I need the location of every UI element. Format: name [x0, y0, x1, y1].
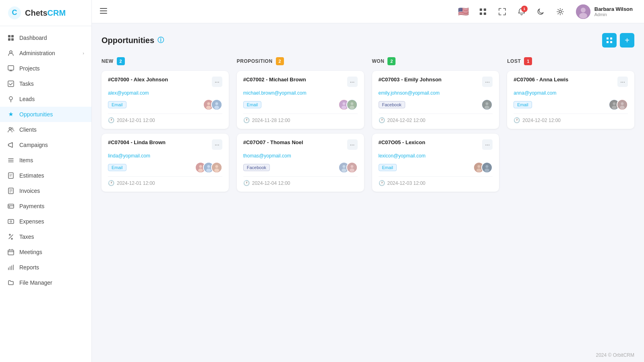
sidebar-item-administration-label: Administration: [19, 50, 78, 56]
avatar: [617, 99, 628, 110]
notifications-button[interactable]: 1: [515, 5, 528, 19]
opportunity-card-c07004[interactable]: #C07004 - Linda Brown ··· linda@yopmail.…: [101, 134, 229, 192]
sidebar-item-meetings[interactable]: Meetings: [0, 244, 91, 260]
svg-point-44: [215, 165, 218, 168]
fullscreen-button[interactable]: [495, 5, 509, 19]
card-menu-button[interactable]: ···: [212, 77, 222, 87]
sidebar-item-administration[interactable]: Administration ›: [0, 46, 91, 61]
card-avatars: [338, 99, 358, 110]
flag-icon: 🇺🇸: [458, 6, 469, 17]
clock-icon: 🕐: [243, 180, 250, 186]
info-icon[interactable]: ⓘ: [157, 36, 164, 45]
svg-rect-18: [8, 250, 14, 255]
card-email[interactable]: michael.brown@yopmail.com: [243, 90, 358, 96]
sidebar-item-items[interactable]: Items: [0, 153, 91, 168]
card-menu-button[interactable]: ···: [617, 77, 628, 87]
sidebar-item-payments-label: Payments: [19, 203, 84, 209]
sidebar-item-invoices[interactable]: Invoices: [0, 183, 91, 199]
campaigns-icon: [7, 141, 14, 149]
sidebar-item-dashboard[interactable]: Dashboard: [0, 30, 91, 46]
card-title: #C07000 - Alex Johnson: [108, 77, 212, 83]
language-selector[interactable]: 🇺🇸: [457, 5, 470, 19]
sidebar-item-taxes[interactable]: Taxes: [0, 229, 91, 244]
card-title: #C07004 - Linda Brown: [108, 139, 212, 145]
sidebar-item-leads[interactable]: Leads: [0, 91, 91, 107]
column-header-new: NEW 2: [101, 57, 229, 65]
clock-icon: 🕐: [243, 117, 250, 123]
svg-point-32: [207, 102, 210, 105]
sidebar-item-campaigns-label: Campaigns: [19, 142, 84, 148]
card-email[interactable]: thomas@yopmail.com: [243, 153, 358, 159]
card-tag: Facebook: [243, 164, 270, 171]
opportunity-card-c07003[interactable]: #C07003 - Emily Johnson ··· emily.johnso…: [372, 71, 499, 129]
payments-icon: [7, 203, 14, 210]
invoices-icon: [7, 187, 14, 194]
card-menu-button[interactable]: ···: [347, 77, 358, 87]
card-email[interactable]: alex@yopmail.com: [108, 90, 222, 96]
dashboard-icon: [7, 34, 14, 41]
sidebar-item-opportunities[interactable]: Opportunities: [0, 107, 91, 122]
column-won: WON 2 #C07003 - Emily Johnson ··· emily.…: [372, 57, 499, 197]
column-header-lost: LOST 1: [507, 57, 634, 65]
svg-point-51: [350, 106, 354, 110]
card-menu-button[interactable]: ···: [482, 77, 493, 87]
card-date: 🕐 2024-11-28 12:00: [243, 117, 358, 123]
sidebar-item-file-manager[interactable]: File Manager: [0, 275, 91, 290]
sidebar-item-reports[interactable]: Reports: [0, 260, 91, 275]
column-badge-lost: 1: [524, 57, 532, 65]
card-tag: Email: [514, 101, 532, 108]
settings-button[interactable]: [553, 5, 567, 19]
user-profile-button[interactable]: Barbara Wilson Admin: [573, 3, 636, 21]
sidebar-item-tasks[interactable]: Tasks: [0, 76, 91, 91]
card-title: #C07006 - Anna Lewis: [514, 77, 617, 83]
card-menu-button[interactable]: ···: [212, 139, 222, 150]
reports-icon: [7, 264, 14, 271]
opportunity-card-c07006[interactable]: #C07006 - Anna Lewis ··· anna@yopmail.co…: [507, 71, 634, 129]
column-proposition: PROPOSITION 2 #C07002 - Michael Brown ··…: [237, 57, 364, 197]
clock-icon: 🕐: [108, 180, 114, 186]
grid-view-button[interactable]: [602, 33, 617, 48]
sidebar-item-clients[interactable]: Clients: [0, 122, 91, 137]
apps-button[interactable]: [476, 5, 490, 19]
svg-rect-21: [480, 12, 482, 15]
add-opportunity-button[interactable]: +: [620, 33, 634, 48]
card-email[interactable]: linda@yopmail.com: [108, 153, 222, 159]
svg-point-45: [214, 169, 219, 172]
user-role: Admin: [594, 12, 633, 17]
sidebar-item-tasks-label: Tasks: [19, 81, 84, 87]
avatar: [481, 99, 493, 110]
sidebar: C ChetsCRM Dashboard Administration › Pr…: [0, 0, 92, 362]
sidebar-nav: Dashboard Administration › Projects Task…: [0, 26, 91, 294]
sidebar-item-payments[interactable]: Payments: [0, 199, 91, 214]
card-avatars: [203, 99, 222, 110]
sidebar-item-campaigns[interactable]: Campaigns: [0, 137, 91, 153]
card-menu-button[interactable]: ···: [482, 139, 493, 150]
opportunity-card-c07007[interactable]: #C07O07 - Thomas Noel ··· thomas@yopmail…: [237, 134, 364, 192]
svg-rect-30: [610, 41, 612, 43]
svg-point-17: [10, 221, 12, 222]
sidebar-item-projects[interactable]: Projects: [0, 61, 91, 76]
logo[interactable]: C ChetsCRM: [0, 0, 91, 26]
card-avatars: [609, 99, 628, 110]
opportunity-card-c07000[interactable]: #C07000 - Alex Johnson ··· alex@yopmail.…: [101, 71, 229, 129]
sidebar-item-expenses[interactable]: Expenses: [0, 214, 91, 229]
card-tag: Email: [379, 164, 397, 171]
avatar: [346, 99, 358, 110]
svg-point-62: [478, 165, 480, 168]
sidebar-item-estimates[interactable]: Estimates: [0, 168, 91, 183]
menu-toggle-button[interactable]: [100, 7, 107, 16]
svg-rect-2: [8, 35, 10, 37]
card-menu-button[interactable]: ···: [347, 139, 358, 150]
card-email[interactable]: emily.johnson@yopmail.com: [379, 90, 493, 96]
clock-icon: 🕐: [379, 117, 385, 123]
dark-mode-button[interactable]: [534, 5, 548, 19]
opportunity-card-c07002[interactable]: #C07002 - Michael Brown ··· michael.brow…: [237, 71, 364, 129]
svg-rect-7: [8, 66, 14, 70]
svg-rect-27: [607, 37, 609, 39]
card-date: 🕐 2024-12-02 12:00: [514, 117, 628, 123]
card-email[interactable]: lexicon@yopmail.com: [379, 153, 493, 159]
card-email[interactable]: anna@yopmail.com: [514, 90, 628, 96]
main: 🇺🇸 1 Barbara Wilson Admin: [92, 0, 644, 362]
svg-point-26: [579, 13, 587, 19]
opportunity-card-c07005[interactable]: #C07O05 - Lexicon ··· lexicon@yopmail.co…: [372, 134, 499, 192]
